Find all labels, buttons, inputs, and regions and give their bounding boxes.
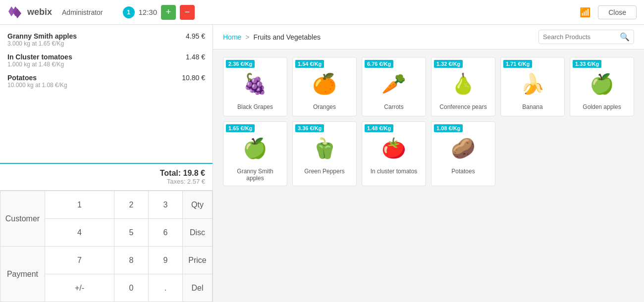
cart-item-price: 1.48 € [186,53,205,61]
cart-taxes: Taxes: 2.57 € [7,178,205,185]
product-price-badge: 1.08 €/Kg [434,124,463,132]
product-name: Carrots [384,103,403,110]
product-price-badge: 6.76 €/Kg [365,60,393,68]
main-layout: Granny Smith apples 4.95 € 3.000 kg at 1… [0,25,644,302]
breadcrumb-separator: > [245,33,249,41]
cart-item-name: In Cluster tomatoes [7,53,72,61]
product-image: 🍇 [235,66,275,101]
numpad-action-Del[interactable]: Del [183,274,213,302]
product-image: 🍊 [305,66,344,101]
search-box: 🔍 [538,30,634,44]
numpad-key-6[interactable]: 6 [149,219,183,247]
product-card[interactable]: 1.32 €/Kg 🍐 Conference pears [431,57,495,116]
numpad-key-0[interactable]: 0 [114,274,149,302]
remove-order-button[interactable]: − [180,5,195,20]
product-emoji: 🍅 [381,137,406,160]
order-time: 12:30 [139,8,158,16]
right-panel: Home > Fruits and Vegetables 🔍 2.36 €/Kg… [213,25,644,302]
product-name: Conference pears [439,103,486,110]
product-emoji: 🍏 [590,72,614,96]
numpad-key-.[interactable]: . [149,274,183,302]
product-emoji: 🍌 [520,72,545,96]
numpad-key-2[interactable]: 2 [114,191,149,219]
product-card[interactable]: 2.36 €/Kg 🍇 Black Grapes [223,57,287,116]
cart-total-area: Total: 19.8 € Taxes: 2.57 € [0,163,213,190]
product-image: 🍌 [513,66,552,101]
numpad-key-4[interactable]: 4 [45,219,114,247]
numpad-payment-label[interactable]: Payment [0,247,45,302]
cart-item-detail: 10.000 kg at 1.08 €/Kg [7,82,205,89]
breadcrumb-current: Fruits and Vegetables [254,33,321,41]
product-card[interactable]: 1.71 €/Kg 🍌 Banana [500,57,565,116]
product-emoji: 🍇 [243,72,268,96]
logo-area: webix [7,4,52,20]
numpad-customer-label[interactable]: Customer [0,191,45,247]
product-name: Oranges [313,103,336,110]
product-image: 🍏 [235,131,275,165]
header-right: 📶 Close [580,5,637,19]
product-image: 🫑 [305,131,344,165]
header: webix Administrator 1 12:30 + − 📶 Close [0,0,644,25]
products-grid: 2.36 €/Kg 🍇 Black Grapes 1.54 €/Kg 🍊 Ora… [213,50,644,302]
numpad-key-7[interactable]: 7 [45,247,114,274]
numpad-action-Price[interactable]: Price [183,247,213,274]
cart-item-price: 10.80 € [182,74,205,82]
breadcrumb-home[interactable]: Home [223,33,241,41]
product-name: Potatoes [451,168,475,175]
product-emoji: 🥕 [381,72,406,96]
cart-item-detail: 1.000 kg at 1.48 €/Kg [7,61,205,68]
numpad-table: Customer123Qty456DiscPayment789Price+/-0… [0,191,213,302]
product-price-badge: 1.33 €/Kg [573,60,601,68]
cart-area: Granny Smith apples 4.95 € 3.000 kg at 1… [0,25,213,163]
logo-text: webix [27,7,52,17]
numpad-key-+/-[interactable]: +/- [45,274,114,302]
numpad-key-3[interactable]: 3 [149,191,183,219]
add-order-button[interactable]: + [161,5,176,20]
cart-item[interactable]: Granny Smith apples 4.95 € 3.000 kg at 1… [7,32,205,47]
header-center: 1 12:30 + − [123,5,195,20]
product-name: Banana [522,103,542,110]
product-price-badge: 1.71 €/Kg [503,60,532,68]
cart-item-name: Granny Smith apples [7,32,77,40]
admin-label: Administrator [62,8,103,16]
product-card[interactable]: 1.08 €/Kg 🥔 Potatoes [431,121,495,186]
product-card[interactable]: 3.36 €/Kg 🫑 Green Peppers [292,121,357,186]
cart-item-name: Potatoes [7,74,37,82]
numpad-action-Qty[interactable]: Qty [183,191,213,219]
product-card[interactable]: 1.48 €/Kg 🍅 In cluster tomatos [362,121,426,186]
product-image: 🍅 [374,131,414,165]
product-emoji: 🥔 [451,137,476,160]
product-card[interactable]: 1.33 €/Kg 🍏 Golden apples [570,57,634,116]
product-card[interactable]: 1.54 €/Kg 🍊 Oranges [292,57,357,116]
order-number-badge: 1 [123,6,135,18]
wifi-icon: 📶 [580,7,590,18]
search-input[interactable] [543,33,617,41]
numpad-key-1[interactable]: 1 [45,191,114,219]
product-name: In cluster tomatos [371,168,418,175]
product-image: 🍏 [582,66,622,101]
numpad-key-8[interactable]: 8 [114,247,149,274]
cart-item-price: 4.95 € [186,32,205,40]
product-price-badge: 1.48 €/Kg [365,124,393,132]
product-name: Black Grapes [237,103,273,110]
numpad-area: Customer123Qty456DiscPayment789Price+/-0… [0,190,213,302]
product-name: Green Peppers [304,168,344,175]
webix-logo-icon [7,4,23,20]
cart-item[interactable]: Potatoes 10.80 € 10.000 kg at 1.08 €/Kg [7,74,205,89]
numpad-key-5[interactable]: 5 [114,219,149,247]
product-emoji: 🍏 [243,137,268,160]
product-card[interactable]: 1.65 €/Kg 🍏 Granny Smith apples [223,121,287,186]
search-icon[interactable]: 🔍 [620,32,630,42]
product-card[interactable]: 6.76 €/Kg 🥕 Carrots [362,57,426,116]
breadcrumb-bar: Home > Fruits and Vegetables 🔍 [213,25,644,50]
product-emoji: 🍐 [451,72,476,96]
cart-item[interactable]: In Cluster tomatoes 1.48 € 1.000 kg at 1… [7,53,205,68]
product-price-badge: 1.65 €/Kg [226,124,255,132]
product-price-badge: 3.36 €/Kg [295,124,324,132]
product-emoji: 🫑 [312,137,337,160]
numpad-action-Disc[interactable]: Disc [183,219,213,247]
product-image: 🍐 [443,66,483,101]
left-panel: Granny Smith apples 4.95 € 3.000 kg at 1… [0,25,213,302]
close-button[interactable]: Close [598,5,637,19]
numpad-key-9[interactable]: 9 [149,247,183,274]
